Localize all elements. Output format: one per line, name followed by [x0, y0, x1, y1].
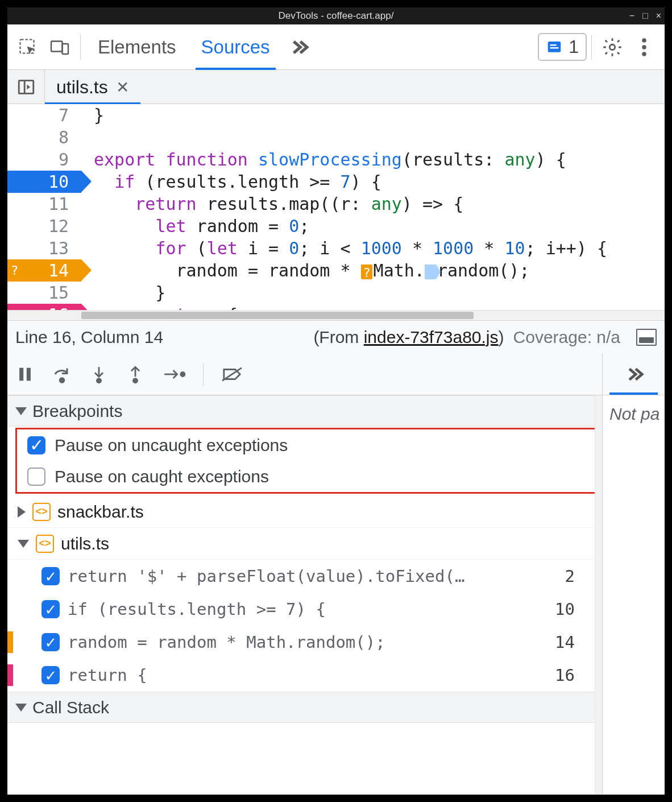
- line-number[interactable]: 8: [7, 126, 81, 148]
- deactivate-breakpoints-icon[interactable]: [221, 365, 243, 384]
- line-number[interactable]: 7: [7, 104, 81, 126]
- tab-sources-label: Sources: [201, 36, 270, 58]
- tab-sources[interactable]: Sources: [189, 24, 283, 70]
- step-over-icon[interactable]: [52, 364, 72, 385]
- close-tab-icon[interactable]: ✕: [116, 78, 129, 97]
- svg-point-8: [642, 45, 646, 49]
- line-number[interactable]: 16: [7, 304, 81, 310]
- code-line[interactable]: if (results.length >= 7) {: [81, 171, 665, 193]
- breakpoint-item[interactable]: ✓return {16: [7, 659, 602, 692]
- line-number[interactable]: 12: [7, 215, 81, 237]
- code-line[interactable]: }: [81, 282, 665, 304]
- more-menu-icon[interactable]: [628, 31, 660, 63]
- callstack-header[interactable]: Call Stack: [7, 692, 602, 723]
- svg-point-6: [609, 44, 615, 50]
- breakpoints-header[interactable]: Breakpoints: [7, 395, 602, 427]
- breakpoint-line: 16: [555, 665, 592, 685]
- not-paused-label: Not pa: [603, 395, 665, 424]
- code-area[interactable]: }export function slowProcessing(results:…: [81, 104, 665, 310]
- bp-group-snackbar[interactable]: <> snackbar.ts: [7, 496, 602, 528]
- line-gutter[interactable]: 78910111213141516: [7, 104, 81, 310]
- device-mode-icon[interactable]: [44, 31, 76, 63]
- inspect-element-icon[interactable]: [12, 31, 44, 63]
- source-editor: 78910111213141516 }export function slowP…: [7, 104, 665, 320]
- breakpoint-line: 10: [555, 600, 592, 619]
- tab-elements-label: Elements: [98, 36, 176, 58]
- code-line[interactable]: [81, 126, 665, 148]
- breakpoint-marker: [7, 664, 13, 686]
- checkbox-checked-icon[interactable]: ✓: [42, 567, 60, 585]
- close-icon[interactable]: ×: [656, 11, 661, 21]
- breakpoint-item[interactable]: ✓return '$' + parseFloat(value).toFixed(…: [7, 560, 602, 593]
- step-into-icon[interactable]: [89, 365, 109, 384]
- breakpoint-item[interactable]: ✓random = random * Math.random();14: [7, 626, 602, 659]
- maximize-icon[interactable]: □: [642, 11, 648, 21]
- svg-rect-10: [19, 80, 34, 93]
- line-number[interactable]: 11: [7, 193, 81, 215]
- breakpoint-marker: [7, 631, 13, 653]
- pause-caught-row[interactable]: Pause on caught exceptions: [17, 461, 595, 492]
- drawer-toggle-icon[interactable]: [636, 329, 657, 346]
- pause-uncaught-row[interactable]: ✓ Pause on uncaught exceptions: [17, 429, 595, 461]
- checkbox-checked-icon[interactable]: ✓: [42, 600, 60, 618]
- pause-icon[interactable]: [15, 365, 35, 384]
- expand-icon: [18, 506, 26, 518]
- file-icon: <>: [36, 535, 54, 553]
- svg-rect-5: [550, 47, 559, 49]
- bp-group-label: snackbar.ts: [57, 502, 144, 522]
- checkbox-checked-icon[interactable]: ✓: [42, 633, 60, 651]
- pause-caught-label: Pause on caught exceptions: [55, 467, 269, 486]
- main-toolbar: Elements Sources 1: [7, 24, 665, 70]
- code-line[interactable]: for (let i = 0; i < 1000 * 1000 * 10; i+…: [81, 237, 665, 259]
- svg-point-7: [642, 38, 646, 43]
- navigator-toggle-icon[interactable]: [7, 70, 45, 104]
- svg-point-14: [60, 378, 64, 382]
- file-icon: <>: [32, 503, 51, 521]
- code-line[interactable]: return results.map((r: any) => {: [81, 193, 665, 215]
- code-line[interactable]: return {: [81, 304, 665, 310]
- debug-controls: [7, 353, 602, 395]
- expand-icon: [18, 540, 29, 548]
- line-number[interactable]: 15: [7, 282, 81, 304]
- coverage-label: Coverage: n/a: [513, 328, 620, 347]
- line-number[interactable]: 13: [7, 237, 81, 259]
- code-line[interactable]: export function slowProcessing(results: …: [81, 148, 665, 171]
- file-tabbar: utils.ts ✕: [7, 70, 665, 104]
- svg-rect-3: [548, 42, 561, 52]
- line-number[interactable]: 9: [7, 148, 81, 171]
- horizontal-scrollbar[interactable]: [7, 310, 665, 320]
- breakpoint-code: random = random * Math.random();: [68, 632, 385, 652]
- settings-icon[interactable]: [596, 31, 628, 63]
- breakpoint-code: return {: [68, 665, 147, 685]
- code-line[interactable]: }: [81, 104, 665, 126]
- svg-rect-2: [63, 44, 69, 54]
- minimize-icon[interactable]: −: [629, 11, 634, 21]
- issues-icon: [546, 39, 563, 56]
- file-tab-label: utils.ts: [56, 77, 108, 98]
- more-tabs-icon[interactable]: [283, 31, 314, 63]
- code-line[interactable]: let random = 0;: [81, 215, 665, 237]
- step-icon[interactable]: [162, 365, 186, 384]
- side-more-tabs-icon[interactable]: [603, 353, 665, 395]
- tab-elements[interactable]: Elements: [85, 24, 189, 70]
- line-number[interactable]: 14: [7, 259, 81, 282]
- file-tab-utils[interactable]: utils.ts ✕: [45, 70, 140, 104]
- bp-group-utils[interactable]: <> utils.ts: [7, 528, 602, 560]
- window-titlebar: DevTools - coffee-cart.app/ − □ ×: [7, 7, 665, 24]
- expand-icon: [15, 407, 27, 415]
- window-title: DevTools - coffee-cart.app/: [279, 10, 394, 22]
- breakpoints-header-label: Breakpoints: [32, 402, 122, 421]
- code-line[interactable]: random = random * Math.random();: [81, 259, 665, 282]
- line-number[interactable]: 10: [7, 171, 81, 193]
- step-out-icon[interactable]: [126, 365, 145, 384]
- checkbox-checked-icon[interactable]: ✓: [42, 666, 60, 684]
- checkbox-checked-icon[interactable]: ✓: [27, 436, 45, 454]
- checkbox-unchecked-icon[interactable]: [27, 468, 45, 486]
- source-map-link[interactable]: index-73f73a80.js: [364, 328, 499, 346]
- cursor-position: Line 16, Column 14: [15, 328, 163, 347]
- callstack-header-label: Call Stack: [32, 698, 109, 717]
- pause-uncaught-label: Pause on uncaught exceptions: [55, 436, 288, 455]
- issues-badge[interactable]: 1: [538, 33, 587, 61]
- expand-icon: [15, 704, 27, 712]
- breakpoint-item[interactable]: ✓if (results.length >= 7) {10: [7, 593, 602, 626]
